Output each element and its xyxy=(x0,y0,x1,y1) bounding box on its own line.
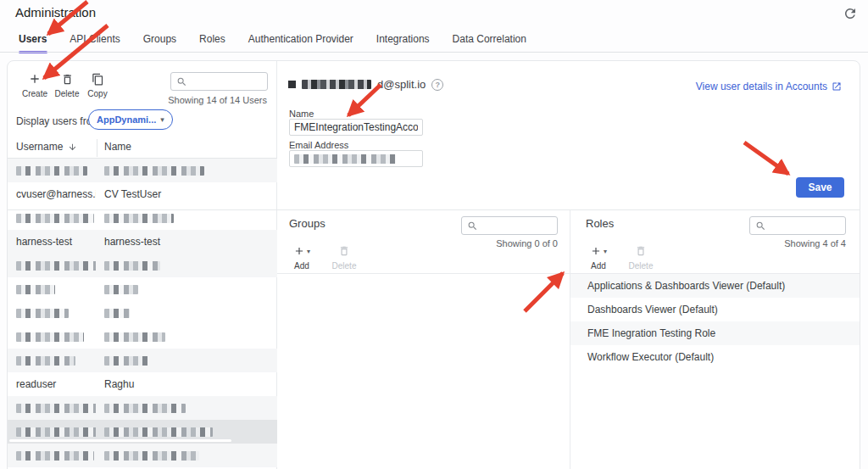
name-cell xyxy=(96,355,277,366)
column-divider xyxy=(97,139,97,157)
groups-title: Groups xyxy=(289,217,326,230)
user-scope-dropdown[interactable]: AppDynami... ▾ xyxy=(88,109,173,130)
roles-add-button[interactable]: ▾ Add xyxy=(584,244,613,271)
roles-search-input[interactable] xyxy=(770,220,840,232)
roles-delete-label: Delete xyxy=(626,261,655,271)
view-user-details-link[interactable]: View user details in Accounts xyxy=(696,81,842,92)
name-cell xyxy=(96,283,277,295)
plus-icon xyxy=(19,71,50,87)
role-list-item[interactable]: Applications & Dashboards Viewer (Defaul… xyxy=(570,274,860,298)
username-cell xyxy=(8,449,96,461)
name-cell xyxy=(96,307,277,319)
username-cell xyxy=(8,307,96,319)
redacted-username xyxy=(16,451,94,461)
name-column-header[interactable]: Name xyxy=(104,141,131,153)
users-search-input[interactable] xyxy=(191,75,262,87)
name-input[interactable] xyxy=(289,119,423,136)
plus-icon: ▾ xyxy=(287,244,316,258)
chevron-down-icon: ▾ xyxy=(604,248,607,255)
roles-search xyxy=(749,216,846,235)
redacted-name xyxy=(104,451,199,461)
name-cell xyxy=(96,212,277,224)
table-row[interactable] xyxy=(8,444,277,467)
roles-actions: ▾ Add Delete xyxy=(584,244,655,271)
redacted-name xyxy=(104,166,204,176)
redacted-username xyxy=(16,356,75,366)
refresh-icon[interactable] xyxy=(843,6,860,23)
tab-api-clients[interactable]: API Clients xyxy=(70,32,120,53)
roles-title: Roles xyxy=(586,217,614,230)
copy-user-button[interactable]: Copy xyxy=(82,71,113,98)
table-row[interactable]: readuserRaghu xyxy=(8,372,277,396)
name-cell xyxy=(96,426,277,438)
table-row[interactable] xyxy=(8,396,277,420)
role-list-item[interactable]: FME Inegration Testing Role xyxy=(570,321,860,345)
roles-delete-button[interactable]: Delete xyxy=(626,244,655,271)
save-button[interactable]: Save xyxy=(796,177,844,198)
table-row[interactable] xyxy=(8,159,277,182)
username-cell xyxy=(8,331,96,343)
table-row[interactable] xyxy=(8,301,277,325)
chevron-down-icon: ▾ xyxy=(307,248,310,255)
avatar xyxy=(288,81,296,88)
table-row[interactable] xyxy=(8,277,277,301)
page-title: Administration xyxy=(15,5,96,20)
roles-showing-count: Showing 4 of 4 xyxy=(749,238,846,248)
delete-user-button[interactable]: Delete xyxy=(52,71,82,98)
delete-label: Delete xyxy=(52,89,82,98)
name-cell: harness-test xyxy=(96,236,277,248)
tab-roles[interactable]: Roles xyxy=(199,32,225,53)
groups-add-button[interactable]: ▾ Add xyxy=(287,244,316,271)
email-address-input[interactable] xyxy=(289,150,423,167)
username-cell xyxy=(8,165,96,176)
table-row[interactable] xyxy=(8,420,277,444)
user-detail-header: d@split.io ? xyxy=(288,78,443,91)
groups-showing-count: Showing 0 of 0 xyxy=(461,238,558,248)
redacted-name xyxy=(104,356,152,366)
table-row[interactable]: cvuser@harness.ioCV TestUser xyxy=(8,182,277,206)
tab-authentication-provider[interactable]: Authentication Provider xyxy=(248,32,353,53)
tab-groups[interactable]: Groups xyxy=(143,32,176,53)
role-list-item[interactable]: Dashboards Viewer (Default) xyxy=(570,298,860,321)
scope-dropdown-value: AppDynami... xyxy=(97,114,156,125)
user-table-header: Username Name xyxy=(8,137,277,159)
create-user-button[interactable]: Create xyxy=(19,71,50,98)
table-row[interactable] xyxy=(8,325,277,349)
roles-add-label: Add xyxy=(584,261,613,271)
redacted-name xyxy=(104,214,174,223)
username-column-header[interactable]: Username xyxy=(16,141,77,153)
sort-descending-icon xyxy=(68,142,77,152)
username-cell: cvuser@harness.io xyxy=(8,188,96,200)
detail-divider xyxy=(8,209,860,210)
tabs-divider xyxy=(0,52,868,53)
trash-icon xyxy=(52,71,82,87)
tab-integrations[interactable]: Integrations xyxy=(376,32,430,53)
groups-actions: ▾ Add Delete xyxy=(287,244,359,271)
email-field-label: Email Address xyxy=(289,140,348,150)
help-icon[interactable]: ? xyxy=(431,79,443,91)
user-table-body: cvuser@harness.ioCV TestUserharness-test… xyxy=(8,159,277,467)
redacted-name xyxy=(104,285,138,294)
redacted-name xyxy=(104,261,160,271)
tab-users[interactable]: Users xyxy=(19,32,47,53)
table-row[interactable] xyxy=(8,349,277,372)
horizontal-scrollbar-thumb[interactable] xyxy=(9,439,231,442)
administration-card: Create Delete Copy Showing 14 of 14 User… xyxy=(7,60,860,469)
table-row[interactable]: harness-testharness-test xyxy=(8,230,277,254)
redacted-name xyxy=(104,404,186,413)
tab-data-correlation[interactable]: Data Correlation xyxy=(453,32,526,53)
role-list-item[interactable]: Workflow Executor (Default) xyxy=(570,345,860,369)
name-cell xyxy=(96,331,277,343)
table-row[interactable] xyxy=(8,254,277,277)
redacted-username xyxy=(16,166,87,176)
chevron-down-icon: ▾ xyxy=(160,115,164,124)
search-icon xyxy=(467,221,478,232)
redacted-username xyxy=(16,427,96,437)
users-list-panel: Create Delete Copy Showing 14 of 14 User… xyxy=(8,61,277,469)
create-label: Create xyxy=(19,89,50,98)
groups-delete-label: Delete xyxy=(330,261,359,271)
groups-search-input[interactable] xyxy=(481,220,552,232)
username-cell xyxy=(8,212,96,224)
groups-delete-button[interactable]: Delete xyxy=(330,244,359,271)
username-cell xyxy=(8,260,96,271)
